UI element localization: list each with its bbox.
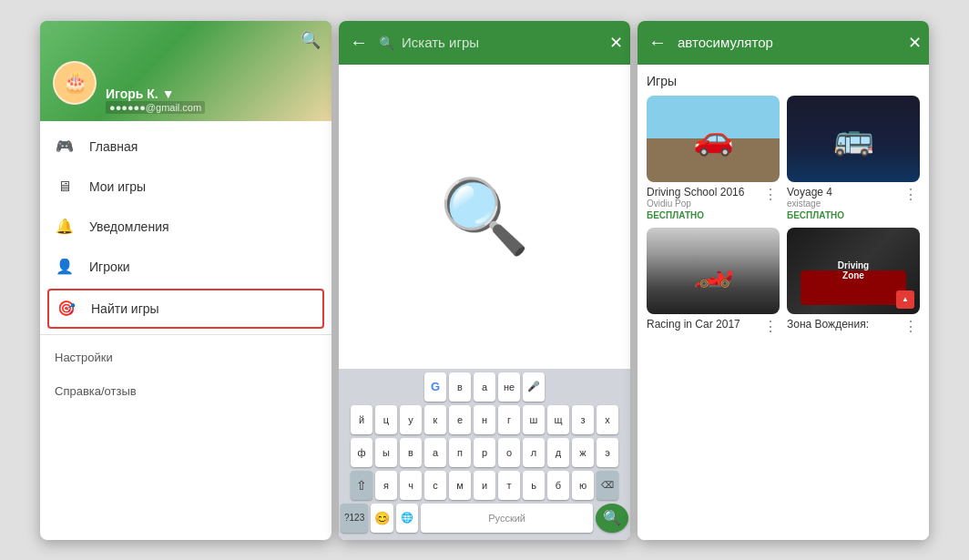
key-u[interactable]: у bbox=[400, 405, 422, 434]
result-info-driving-zone: Зона Вождения: ⋮ bbox=[787, 318, 920, 335]
key-r[interactable]: р bbox=[474, 438, 495, 467]
sidebar-item-home[interactable]: 🎮 Главная bbox=[40, 127, 332, 167]
result-thumbnail-driving-school[interactable] bbox=[647, 96, 780, 182]
target-icon: 🎯 bbox=[56, 299, 76, 319]
google-key[interactable]: G bbox=[424, 372, 446, 402]
key-shch[interactable]: щ bbox=[547, 405, 569, 434]
back-button[interactable]: ← bbox=[346, 28, 372, 56]
sidebar-item-players[interactable]: 👤 Игроки bbox=[40, 247, 332, 287]
sidebar-item-feedback[interactable]: Справка/отзыв bbox=[40, 374, 332, 408]
search-send-key[interactable]: 🔍 bbox=[596, 504, 628, 533]
key-x[interactable]: х bbox=[597, 405, 618, 434]
key-p[interactable]: п bbox=[449, 438, 471, 467]
key-t[interactable]: т bbox=[498, 471, 520, 500]
sidebar-item-label: Игроки bbox=[89, 260, 130, 274]
sidebar-item-label: Главная bbox=[89, 139, 138, 154]
key-z[interactable]: з bbox=[572, 405, 594, 434]
panel2-search: ← 🔍 Искать игры ✕ 🔍 G в а не 🎤 й ц у к е… bbox=[339, 21, 630, 540]
sidebar-item-notifications[interactable]: 🔔 Уведомления bbox=[40, 207, 332, 247]
key-e[interactable]: е bbox=[449, 405, 471, 434]
key-ya[interactable]: я bbox=[375, 471, 397, 500]
search-query-text: автосимулятор bbox=[678, 35, 901, 50]
result-menu-button[interactable]: ⋮ bbox=[761, 186, 780, 203]
driving-zone-logo: ▲ bbox=[896, 290, 914, 309]
key-soft[interactable]: ь bbox=[523, 471, 545, 500]
drawer-menu: 🎮 Главная 🖥 Мои игры 🔔 Уведомления 👤 Игр… bbox=[40, 121, 332, 540]
key-sh[interactable]: ш bbox=[523, 405, 545, 434]
result-thumbnail-voyage4[interactable] bbox=[787, 96, 920, 182]
driving-zone-text: DrivingZone bbox=[838, 260, 869, 280]
result-title: Driving School 2016 bbox=[647, 186, 761, 199]
key-l[interactable]: л bbox=[523, 438, 545, 467]
drawer-header: 🔍 🎂 Игорь К. ▼ ●●●●●●@gmail.com bbox=[40, 21, 332, 121]
shift-key[interactable]: ⇧ bbox=[351, 471, 372, 500]
user-name: Игорь К. ▼ bbox=[106, 87, 205, 101]
result-card-voyage4: Voyage 4 existage БЕСПЛАТНО ⋮ bbox=[787, 96, 920, 220]
key-a2[interactable]: а bbox=[424, 438, 446, 467]
key-k[interactable]: к bbox=[424, 405, 446, 434]
sidebar-item-my-games[interactable]: 🖥 Мои игры bbox=[40, 167, 332, 207]
key-d[interactable]: д bbox=[547, 438, 569, 467]
chevron-down-icon[interactable]: ▼ bbox=[162, 87, 175, 101]
results-grid: Driving School 2016 Ovidiu Pop БЕСПЛАТНО… bbox=[647, 96, 920, 335]
globe-key[interactable]: 🌐 bbox=[396, 504, 418, 533]
emoji-key[interactable]: 😊 bbox=[371, 504, 393, 533]
key-ch[interactable]: ч bbox=[400, 471, 422, 500]
result-menu-button[interactable]: ⋮ bbox=[761, 318, 780, 335]
sidebar-item-find-games[interactable]: 🎯 Найти игры bbox=[47, 289, 324, 329]
results-topbar: ← автосимулятор ✕ bbox=[638, 21, 929, 65]
result-menu-button[interactable]: ⋮ bbox=[902, 318, 920, 335]
result-card-driving-school: Driving School 2016 Ovidiu Pop БЕСПЛАТНО… bbox=[647, 96, 780, 220]
search-icon[interactable]: 🔍 bbox=[301, 30, 321, 50]
mic-key[interactable]: 🎤 bbox=[523, 372, 545, 402]
key-b[interactable]: б bbox=[547, 471, 569, 500]
search-empty-state: 🔍 bbox=[339, 65, 630, 369]
back-button[interactable]: ← bbox=[645, 28, 670, 56]
key-g[interactable]: г bbox=[498, 405, 520, 434]
backspace-key[interactable]: ⌫ bbox=[597, 471, 618, 500]
key-i[interactable]: и bbox=[474, 471, 495, 500]
key-m[interactable]: м bbox=[449, 471, 471, 500]
key-n[interactable]: н bbox=[474, 405, 495, 434]
key-y[interactable]: й bbox=[351, 405, 372, 434]
space-bar[interactable]: Русский bbox=[421, 504, 593, 533]
monitor-icon: 🖥 bbox=[55, 177, 75, 197]
result-price: БЕСПЛАТНО bbox=[647, 210, 761, 220]
key-ts[interactable]: ц bbox=[375, 405, 397, 434]
result-menu-button[interactable]: ⋮ bbox=[902, 186, 920, 203]
key-o[interactable]: о bbox=[498, 438, 520, 467]
clear-button[interactable]: ✕ bbox=[609, 33, 623, 53]
gamepad-icon: 🎮 bbox=[55, 137, 75, 157]
key-f[interactable]: ф bbox=[351, 438, 372, 467]
result-thumbnail-driving-zone[interactable]: DrivingZone ▲ bbox=[787, 228, 920, 314]
result-thumbnail-racing[interactable] bbox=[647, 228, 780, 314]
avatar: 🎂 bbox=[53, 61, 97, 105]
key-v[interactable]: в bbox=[400, 438, 422, 467]
result-title: Voyage 4 bbox=[787, 186, 902, 199]
keyboard: G в а не 🎤 й ц у к е н г ш щ з х ф ы в а… bbox=[339, 369, 630, 540]
key-v[interactable]: в bbox=[449, 372, 471, 402]
result-card-driving-zone: DrivingZone ▲ Зона Вождения: ⋮ bbox=[787, 228, 920, 335]
result-card-racing: Racing in Car 2017 ⋮ bbox=[647, 228, 780, 335]
key-yu[interactable]: ю bbox=[572, 471, 594, 500]
num-switch-key[interactable]: ?123 bbox=[341, 504, 368, 533]
result-subtitle: existage bbox=[787, 199, 902, 209]
search-input-label[interactable]: Искать игры bbox=[402, 35, 602, 50]
keyboard-bottom-row: ?123 😊 🌐 Русский 🔍 bbox=[341, 504, 628, 533]
sidebar-item-label: Настройки bbox=[55, 351, 113, 364]
person-icon: 👤 bbox=[55, 257, 75, 277]
key-ne[interactable]: не bbox=[498, 372, 520, 402]
key-s[interactable]: с bbox=[424, 471, 446, 500]
key-a[interactable]: а bbox=[474, 372, 495, 402]
keyboard-row2: ф ы в а п р о л д ж э bbox=[341, 438, 628, 467]
search-topbar: ← 🔍 Искать игры ✕ bbox=[339, 21, 630, 65]
key-y2[interactable]: ы bbox=[375, 438, 397, 467]
sidebar-item-settings[interactable]: Настройки bbox=[40, 341, 332, 374]
panel1-drawer: 🔍 🎂 Игорь К. ▼ ●●●●●●@gmail.com 🎮 Главна… bbox=[40, 21, 332, 540]
avatar-emoji: 🎂 bbox=[63, 71, 87, 95]
bell-icon: 🔔 bbox=[55, 217, 75, 237]
key-zh[interactable]: ж bbox=[572, 438, 594, 467]
clear-button[interactable]: ✕ bbox=[908, 33, 922, 53]
key-e2[interactable]: э bbox=[597, 438, 618, 467]
menu-divider bbox=[40, 334, 332, 335]
